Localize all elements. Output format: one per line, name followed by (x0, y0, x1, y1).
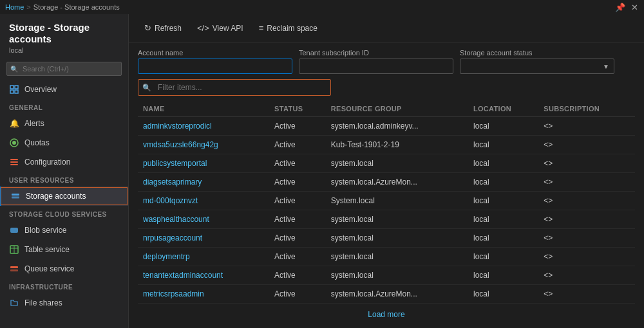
sidebar-item-quotas[interactable]: Quotas (0, 133, 128, 152)
svg-rect-11 (10, 228, 18, 233)
cell-name[interactable]: vmdsa5uzsle66ng42g (138, 136, 269, 154)
view-api-label: View API (213, 24, 243, 33)
filter-items-input[interactable] (155, 80, 330, 95)
sidebar-subtitle: local (9, 46, 119, 54)
cell-location: local (468, 136, 538, 154)
close-button[interactable]: ✕ (630, 3, 639, 12)
title-bar: Home > Storage - Storage accounts 📌 ✕ (0, 0, 644, 14)
storage-table: NAME STATUS RESOURCE GROUP LOCATION SUBS… (138, 101, 635, 304)
cell-location: local (468, 173, 538, 192)
table-row: diagsetsaprimary Active system.local.Azu… (138, 173, 635, 192)
filter-search-icon: 🔍 (138, 84, 155, 92)
cell-name[interactable]: adminkvstoreprodicl (138, 117, 269, 136)
cell-resource-group: system.local.AzureMon... (326, 173, 468, 192)
refresh-icon: ↻ (144, 23, 151, 33)
breadcrumb: Home > Storage - Storage accounts (5, 3, 120, 11)
table-row: metricsrpsaadmin Active system.local.Azu… (138, 285, 635, 304)
cell-name[interactable]: deploymentrp (138, 248, 269, 266)
cell-subscription: <> (538, 117, 635, 136)
sidebar-item-alerts[interactable]: 🔔 Alerts (0, 114, 128, 133)
load-more-button[interactable]: Load more (138, 304, 635, 325)
svg-rect-15 (10, 266, 18, 268)
sidebar-item-blob-service[interactable]: Blob service (0, 221, 128, 240)
cell-name[interactable]: tenantextadminaccount (138, 266, 269, 285)
sidebar-item-label: Quotas (24, 138, 50, 147)
table-area: NAME STATUS RESOURCE GROUP LOCATION SUBS… (129, 101, 644, 328)
sidebar-item-label: Configuration (24, 158, 70, 167)
cell-name[interactable]: publicsystemportal (138, 154, 269, 173)
table-row: tenantextadminaccount Active system.loca… (138, 266, 635, 285)
storage-status-select[interactable]: Active Inactive (460, 59, 614, 74)
table-row: publicsystemportal Active system.local l… (138, 154, 635, 173)
cell-name[interactable]: wasphealthaccount (138, 210, 269, 229)
cell-status: Active (269, 229, 326, 248)
tenant-sub-input[interactable] (299, 59, 453, 74)
sidebar-item-label: Queue service (24, 264, 74, 273)
svg-rect-2 (10, 90, 14, 93)
queue-icon (9, 264, 19, 274)
cell-subscription: <> (538, 154, 635, 173)
account-name-input[interactable] (138, 59, 292, 74)
sidebar-item-table-service[interactable]: Table service (0, 240, 128, 259)
search-icon: 🔍 (10, 66, 18, 73)
refresh-button[interactable]: ↻ Refresh (138, 21, 188, 35)
sidebar-item-configuration[interactable]: Configuration (0, 152, 128, 172)
cell-resource-group: System.local (326, 192, 468, 210)
cell-status: Active (269, 154, 326, 173)
table-row: wasphealthaccount Active system.local lo… (138, 210, 635, 229)
filter-storage-status: Storage account status Active Inactive ▼ (460, 49, 614, 74)
sidebar-item-file-shares[interactable]: File shares (0, 293, 128, 313)
cell-location: local (468, 154, 538, 173)
search-input[interactable] (6, 62, 122, 76)
svg-rect-6 (10, 159, 18, 160)
cell-status: Active (269, 285, 326, 304)
sidebar-item-overview[interactable]: Overview (0, 80, 128, 99)
pin-button[interactable]: 📌 (616, 3, 625, 12)
table-header: NAME STATUS RESOURCE GROUP LOCATION SUBS… (138, 101, 635, 117)
cell-subscription: <> (538, 210, 635, 229)
reclaim-icon: ≡ (259, 23, 264, 33)
cell-resource-group: system.local (326, 248, 468, 266)
svg-point-5 (12, 141, 16, 145)
sidebar-item-label: Overview (24, 85, 57, 94)
cell-subscription: <> (538, 248, 635, 266)
cell-name[interactable]: diagsetsaprimary (138, 173, 269, 192)
cell-subscription: <> (538, 266, 635, 285)
cell-status: Active (269, 173, 326, 192)
cell-name[interactable]: md-000tqoznvzt (138, 192, 269, 210)
reclaim-space-button[interactable]: ≡ Reclaim space (252, 21, 324, 35)
cell-location: local (468, 266, 538, 285)
cell-name[interactable]: metricsrpsaadmin (138, 285, 269, 304)
cell-name[interactable]: nrpusageaccount (138, 229, 269, 248)
cell-location: local (468, 248, 538, 266)
bell-icon: 🔔 (9, 118, 19, 129)
cell-location: local (468, 210, 538, 229)
breadcrumb-home[interactable]: Home (5, 3, 24, 11)
cell-status: Active (269, 266, 326, 285)
view-api-button[interactable]: </> View API (191, 21, 250, 35)
svg-rect-10 (12, 197, 19, 199)
sidebar: Storage - Storage accounts local 🔍 Overv… (0, 14, 129, 328)
sidebar-header: Storage - Storage accounts local (0, 14, 128, 58)
cell-status: Active (269, 210, 326, 229)
cell-resource-group: system.local (326, 154, 468, 173)
svg-rect-8 (10, 164, 18, 165)
sidebar-item-queue-service[interactable]: Queue service (0, 259, 128, 278)
section-label-infrastructure: INFRASTRUCTURE (0, 278, 128, 293)
sidebar-item-storage-accounts[interactable]: Storage accounts (0, 187, 128, 206)
cell-location: local (468, 285, 538, 304)
cell-location: local (468, 229, 538, 248)
storage-status-label: Storage account status (460, 49, 614, 57)
refresh-label: Refresh (155, 24, 182, 33)
cell-location: local (468, 117, 538, 136)
section-label-storage-cloud: STORAGE CLOUD SERVICES (0, 206, 128, 221)
sidebar-item-label: Blob service (24, 226, 66, 235)
config-icon (9, 157, 19, 167)
col-name: NAME (138, 101, 269, 117)
account-name-label: Account name (138, 49, 292, 57)
cell-subscription: <> (538, 192, 635, 210)
col-status: STATUS (269, 101, 326, 117)
svg-rect-3 (15, 90, 18, 93)
tenant-sub-label: Tenant subscription ID (299, 49, 453, 57)
sidebar-search-wrap: 🔍 (6, 62, 122, 76)
